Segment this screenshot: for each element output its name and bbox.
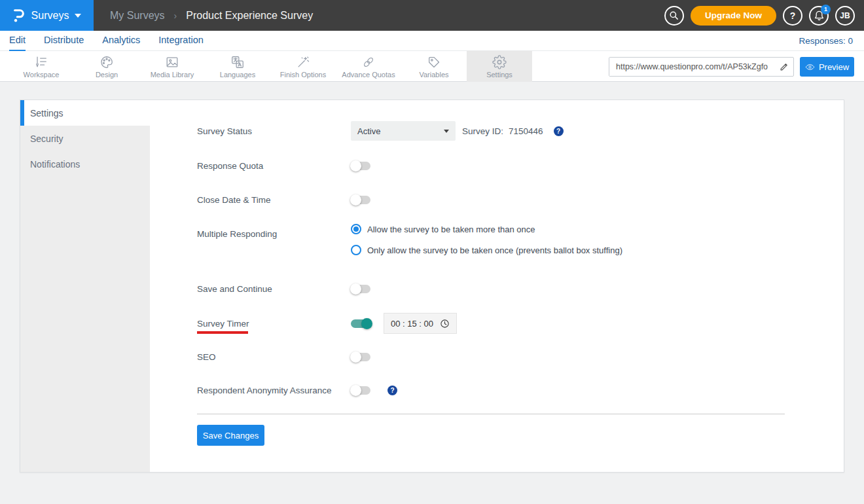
close-date-label: Close Date & Time [197, 195, 351, 205]
workspace-icon [34, 55, 48, 69]
product-name: Surveys [31, 10, 69, 22]
multiple-responding-row: Multiple Responding Allow the survey to … [197, 224, 622, 266]
respondent-anonymity-row: Respondent Anonymity Assurance ? [197, 380, 397, 400]
toolbar-item-media-library[interactable]: Media Library [139, 51, 205, 82]
close-date-row: Close Date & Time [197, 190, 370, 209]
media-image-icon [165, 55, 179, 69]
avatar[interactable]: JB [835, 6, 855, 26]
multiple-responding-label: Multiple Responding [197, 224, 351, 239]
search-icon [669, 10, 679, 20]
save-changes-button[interactable]: Save Changes [197, 425, 264, 446]
toolbar-item-workspace[interactable]: Workspace [9, 51, 74, 82]
sidebar-item-notifications[interactable]: Notifications [20, 151, 150, 177]
magic-wand-icon [296, 55, 310, 69]
toolbar-item-finish-options[interactable]: Finish Options [270, 51, 336, 82]
survey-timer-label: Survey Timer [197, 319, 351, 329]
survey-id-value: 7150446 [509, 126, 543, 136]
toolbar-item-design[interactable]: Design [74, 51, 139, 82]
survey-timer-value-field[interactable]: 00 : 15 : 00 [384, 313, 457, 334]
survey-timer-toggle[interactable] [351, 319, 372, 328]
settings-sidebar: Settings Security Notifications [20, 100, 150, 472]
clock-icon [440, 319, 450, 329]
form-divider [197, 414, 785, 414]
respondent-anonymity-label: Respondent Anonymity Assurance [197, 386, 351, 395]
settings-form: Survey Status Active Survey ID: 7150446 … [197, 100, 845, 472]
multiple-responding-options: Allow the survey to be taken more than o… [351, 224, 622, 255]
chevron-down-icon [75, 14, 81, 18]
languages-translate-icon [230, 55, 245, 69]
question-mark-icon: ? [790, 10, 796, 21]
toolbar-item-languages[interactable]: Languages [205, 51, 270, 82]
help-button[interactable]: ? [783, 6, 802, 26]
survey-id-label: Survey ID: [462, 126, 503, 136]
response-quota-row: Response Quota [197, 156, 370, 175]
notification-badge: 1 [821, 5, 831, 14]
survey-status-select[interactable]: Active [351, 121, 456, 141]
survey-status-row: Survey Status Active Survey ID: 7150446 … [197, 121, 564, 141]
tab-distribute[interactable]: Distribute [44, 31, 84, 51]
close-date-toggle[interactable] [351, 196, 370, 204]
search-button[interactable] [664, 6, 684, 26]
toggle-knob [361, 318, 372, 329]
sidebar-item-security[interactable]: Security [20, 126, 150, 151]
gear-icon [492, 55, 507, 69]
survey-id-group: Survey ID: 7150446 ? [462, 126, 564, 136]
seo-toggle[interactable] [351, 353, 370, 361]
tab-edit[interactable]: Edit [9, 31, 26, 51]
top-bar: Surveys My Surveys › Product Experience … [0, 0, 864, 31]
seo-label: SEO [197, 352, 351, 362]
design-palette-icon [99, 55, 114, 69]
chevron-down-icon [444, 130, 449, 133]
respondent-anonymity-toggle[interactable] [351, 386, 370, 395]
breadcrumb-separator: › [174, 10, 177, 21]
survey-timer-value: 00 : 15 : 00 [391, 319, 433, 329]
survey-toolbar: Workspace Design Media Library Languages… [0, 51, 864, 82]
breadcrumb-survey-title: Product Experience Survey [186, 10, 313, 22]
pencil-icon [780, 62, 789, 71]
save-and-continue-row: Save and Continue [197, 279, 370, 298]
notifications-button[interactable]: 1 [809, 6, 829, 26]
settings-panel: Settings Security Notifications Survey S… [20, 99, 844, 473]
survey-status-value: Active [357, 126, 380, 136]
edit-url-button[interactable] [775, 62, 793, 71]
toolbar-item-settings[interactable]: Settings [467, 51, 532, 82]
product-switcher[interactable]: Surveys [0, 0, 94, 31]
tab-analytics[interactable]: Analytics [102, 31, 140, 51]
toggle-knob [350, 194, 361, 206]
save-and-continue-toggle[interactable] [351, 285, 370, 293]
survey-timer-highlight-underline [197, 331, 248, 334]
toolbar-item-advance-quotas[interactable]: Advance Quotas [336, 51, 401, 82]
radio-allow-multiple[interactable]: Allow the survey to be taken more than o… [351, 224, 622, 234]
eye-icon [805, 62, 815, 72]
survey-id-help-icon[interactable]: ? [554, 126, 564, 136]
response-quota-toggle[interactable] [351, 162, 370, 170]
chain-link-icon [361, 55, 376, 69]
breadcrumb: My Surveys › Product Experience Survey [110, 10, 313, 22]
radio-allow-once[interactable]: Only allow the survey to be taken once (… [351, 245, 622, 255]
tag-icon [427, 55, 441, 69]
avatar-initials: JB [840, 11, 850, 20]
toolbar-item-variables[interactable]: Variables [401, 51, 467, 82]
survey-link-field [609, 57, 794, 77]
topbar-actions: Upgrade Now ? 1 JB [664, 6, 864, 26]
save-and-continue-label: Save and Continue [197, 284, 351, 294]
seo-row: SEO [197, 347, 370, 367]
survey-url-input[interactable] [609, 58, 775, 76]
respondent-anonymity-help-icon[interactable]: ? [387, 386, 397, 395]
survey-status-label: Survey Status [197, 126, 351, 136]
tab-integration[interactable]: Integration [158, 31, 204, 51]
main-tab-bar: Edit Distribute Analytics Integration Re… [0, 31, 864, 51]
toggle-knob [350, 385, 361, 396]
radio-selected-icon [351, 224, 361, 234]
response-quota-label: Response Quota [197, 161, 351, 171]
radio-unselected-icon [351, 245, 361, 255]
responses-count[interactable]: Responses: 0 [799, 36, 864, 46]
breadcrumb-my-surveys[interactable]: My Surveys [110, 10, 165, 22]
toggle-knob [350, 160, 361, 171]
sidebar-item-settings[interactable]: Settings [20, 100, 150, 126]
upgrade-now-button[interactable]: Upgrade Now [691, 6, 776, 26]
questionpro-logo-icon [12, 7, 26, 24]
toggle-knob [350, 351, 361, 363]
toggle-knob [350, 283, 361, 295]
preview-button[interactable]: Preview [800, 57, 854, 77]
